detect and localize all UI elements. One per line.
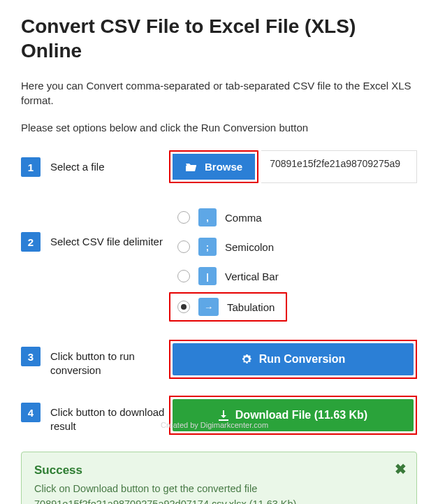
radio-icon[interactable] <box>177 270 190 282</box>
step-number: 1 <box>21 157 41 177</box>
close-icon[interactable]: ✖ <box>395 461 407 477</box>
success-title: Success <box>34 463 404 477</box>
delimiter-name: Semicolon <box>225 241 274 253</box>
download-icon <box>219 410 228 421</box>
step-download: 4 Click button to download result Downlo… <box>21 396 417 435</box>
step-number: 3 <box>21 347 41 366</box>
delimiter-option-tab[interactable]: → Tabulation <box>169 292 287 322</box>
radio-icon[interactable] <box>177 211 190 224</box>
browse-label: Browse <box>205 161 242 173</box>
filename-display: 70891e15f2fe21a98709275a9 <box>261 150 417 183</box>
step-delimiter: 2 Select CSV file delimiter , Comma ; Se… <box>21 200 417 323</box>
radio-icon[interactable] <box>177 240 190 253</box>
delimiter-symbol: ; <box>198 238 217 256</box>
step-run: 3 Click button to run conversion Run Con… <box>21 340 417 379</box>
intro-text: Here you can Convert comma-separated or … <box>21 78 417 108</box>
delimiter-symbol: → <box>198 298 219 316</box>
delimiter-option-vbar[interactable]: | Vertical Bar <box>169 261 417 291</box>
delimiter-name: Tabulation <box>227 301 275 313</box>
delimiter-symbol: , <box>198 208 217 226</box>
delimiter-symbol: | <box>198 267 217 285</box>
delimiter-name: Vertical Bar <box>225 271 279 282</box>
step-label: Select a file <box>50 150 169 174</box>
delimiter-name: Comma <box>225 212 262 224</box>
folder-open-icon <box>185 162 198 172</box>
success-alert: ✖ Success Click on Download button to ge… <box>21 452 417 504</box>
page-title: Convert CSV File to Excel File (XLS) Onl… <box>21 14 417 63</box>
download-button[interactable]: Download File (11.63 Kb) <box>173 399 414 431</box>
delimiter-option-comma[interactable]: , Comma <box>169 203 417 232</box>
step-select-file: 1 Select a file Browse 70891e15f2fe21a98… <box>21 150 417 183</box>
radio-icon[interactable] <box>177 301 190 313</box>
step-label: Click button to run conversion <box>50 340 169 377</box>
delimiter-option-semicolon[interactable]: ; Semicolon <box>169 232 417 261</box>
run-conversion-button[interactable]: Run Conversion <box>173 343 414 375</box>
run-label: Run Conversion <box>259 353 346 366</box>
step-number: 2 <box>21 232 41 252</box>
gear-icon <box>241 354 252 365</box>
instruction-text: Please set options below and click the R… <box>21 122 417 134</box>
step-label: Click button to download result <box>50 396 169 433</box>
step-number: 4 <box>21 403 41 422</box>
step-label: Select CSV file delimiter <box>50 200 169 249</box>
download-label: Download File (11.63 Kb) <box>235 409 367 422</box>
browse-button[interactable]: Browse <box>173 154 255 180</box>
success-message: Click on Download button to get the conv… <box>34 482 404 504</box>
